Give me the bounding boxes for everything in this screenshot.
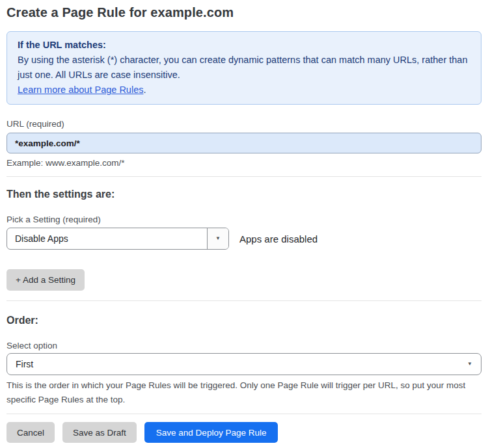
pick-setting-label: Pick a Setting (required) [7, 215, 481, 224]
order-section-heading: Order: [7, 315, 481, 326]
order-help-text: This is the order in which your Page Rul… [7, 378, 475, 407]
setting-status-text: Apps are disabled [239, 233, 318, 244]
footer-buttons: Cancel Save as Draft Save and Deploy Pag… [7, 422, 481, 443]
add-setting-button[interactable]: + Add a Setting [7, 269, 85, 291]
order-select[interactable]: First ▼ [7, 353, 481, 375]
info-box-link-line: Learn more about Page Rules. [18, 83, 470, 98]
url-example-text: Example: www.example.com/* [7, 158, 481, 168]
chevron-down-icon: ▼ [215, 236, 221, 241]
setting-select-value: Disable Apps [7, 228, 207, 249]
chevron-down-icon: ▼ [467, 362, 472, 367]
order-select-value: First [16, 359, 33, 369]
settings-section-heading: Then the settings are: [7, 189, 481, 200]
page-title: Create a Page Rule for example.com [7, 5, 481, 20]
learn-more-link[interactable]: Learn more about Page Rules [18, 85, 143, 95]
url-input[interactable] [7, 133, 481, 153]
order-select-label: Select option [7, 341, 481, 350]
url-match-info-box: If the URL matches: By using the asteris… [7, 31, 481, 105]
info-box-body: By using the asterisk (*) character, you… [18, 53, 470, 83]
link-suffix: . [143, 85, 146, 95]
save-as-draft-button[interactable]: Save as Draft [62, 422, 137, 443]
divider [7, 176, 481, 177]
setting-select-arrow-button[interactable]: ▼ [207, 228, 228, 249]
cancel-button[interactable]: Cancel [7, 422, 55, 443]
url-field-label: URL (required) [7, 119, 481, 129]
setting-row: Disable Apps ▼ Apps are disabled [7, 228, 481, 250]
create-page-rule-form: Create a Page Rule for example.com If th… [0, 0, 488, 448]
divider [7, 300, 481, 301]
divider [7, 414, 481, 414]
save-and-deploy-button[interactable]: Save and Deploy Page Rule [144, 422, 278, 443]
setting-select[interactable]: Disable Apps ▼ [7, 228, 229, 250]
info-box-heading: If the URL matches: [18, 38, 470, 53]
